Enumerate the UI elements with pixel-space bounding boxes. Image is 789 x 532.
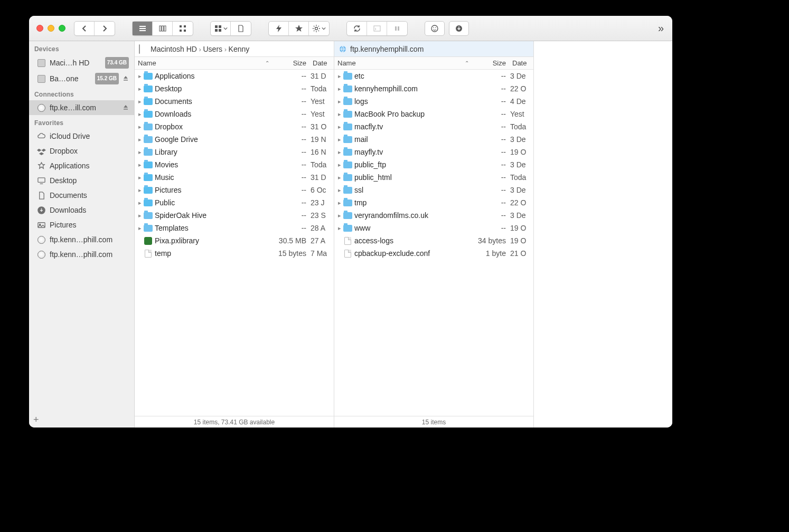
file-row[interactable]: cpbackup-exclude.conf1 byte21 O: [334, 247, 533, 260]
disclosure-triangle-icon[interactable]: ▸: [137, 174, 143, 181]
breadcrumb-segment[interactable]: Macintosh HD: [151, 45, 197, 53]
eject-icon[interactable]: [123, 102, 129, 113]
compare-button[interactable]: [387, 22, 407, 35]
disclosure-triangle-icon[interactable]: ▸: [137, 162, 143, 168]
terminal-button[interactable]: [367, 22, 387, 35]
local-breadcrumb[interactable]: Macintosh HD › Users › Kenny: [135, 41, 334, 57]
disclosure-triangle-icon[interactable]: ▸: [137, 136, 143, 143]
disclosure-triangle-icon[interactable]: ▸: [336, 162, 343, 168]
local-file-list[interactable]: ▸Applications--31 D▸Desktop--Toda▸Docume…: [135, 70, 334, 416]
disclosure-triangle-icon[interactable]: ▸: [137, 149, 143, 156]
quick-action-button[interactable]: [269, 22, 289, 35]
disclosure-triangle-icon[interactable]: ▸: [336, 136, 343, 143]
forward-button[interactable]: [95, 22, 115, 35]
file-row[interactable]: ▸Google Drive--19 N: [135, 133, 334, 146]
file-row[interactable]: ▸Dropbox--31 O: [135, 120, 334, 133]
disclosure-triangle-icon[interactable]: ▸: [137, 212, 143, 219]
sidebar-item-favorite-4[interactable]: Documents: [29, 188, 134, 203]
file-row[interactable]: ▸Templates--28 A: [135, 222, 334, 234]
add-sidebar-item-button[interactable]: +: [33, 414, 39, 425]
sidebar-item-favorite-1[interactable]: Dropbox: [29, 144, 134, 158]
file-row[interactable]: ▸Public--23 J: [135, 196, 334, 209]
file-row[interactable]: ▸Applications--31 D: [135, 70, 334, 82]
sidebar-item-favorite-0[interactable]: iCloud Drive: [29, 129, 134, 144]
disclosure-triangle-icon[interactable]: ▸: [336, 174, 343, 181]
sidebar-item-favorite-6[interactable]: Pictures: [29, 217, 134, 232]
emoji-button[interactable]: [425, 21, 445, 36]
file-row[interactable]: ▸mayfly.tv--19 O: [334, 146, 533, 158]
file-row[interactable]: ▸Music--31 D: [135, 171, 334, 184]
file-row[interactable]: ▸Movies--Toda: [135, 158, 334, 171]
settings-button[interactable]: [309, 22, 329, 35]
breadcrumb-segment[interactable]: Users: [203, 45, 222, 53]
back-button[interactable]: [74, 22, 95, 35]
file-row[interactable]: ▸Documents--Yest: [135, 95, 334, 108]
disclosure-triangle-icon[interactable]: ▸: [336, 149, 343, 156]
sidebar-item-device-1[interactable]: Ba…one15.2 GB: [29, 71, 134, 87]
sidebar-item-favorite-8[interactable]: ftp.kenn…phill.com: [29, 247, 134, 262]
new-file-button[interactable]: [231, 22, 251, 35]
file-row[interactable]: ▸Library--16 N: [135, 146, 334, 158]
remote-file-list[interactable]: ▸etc--3 De▸kennyhemphill.com--22 O▸logs-…: [334, 70, 533, 416]
sync-button[interactable]: [347, 22, 367, 35]
file-row[interactable]: ▸MacBook Pro backup--Yest: [334, 108, 533, 120]
disclosure-triangle-icon[interactable]: ▸: [336, 187, 343, 194]
file-row[interactable]: ▸veryrandomfilms.co.uk--3 De: [334, 209, 533, 222]
disclosure-triangle-icon[interactable]: ▸: [137, 200, 143, 206]
breadcrumb-segment[interactable]: Kenny: [229, 45, 250, 53]
disclosure-triangle-icon[interactable]: ▸: [336, 73, 343, 80]
file-row[interactable]: access-logs34 bytes19 O: [334, 234, 533, 247]
file-row[interactable]: ▸macfly.tv--Toda: [334, 120, 533, 133]
sidebar-item-connection-0[interactable]: ftp.ke…ill.com: [29, 100, 134, 115]
sidebar-item-device-0[interactable]: Maci…h HD73.4 GB: [29, 55, 134, 71]
file-row[interactable]: ▸SpiderOak Hive--23 S: [135, 209, 334, 222]
zoom-window-button[interactable]: [59, 25, 65, 32]
sidebar-item-favorite-2[interactable]: Applications: [29, 158, 134, 173]
eject-icon[interactable]: [123, 73, 129, 84]
disclosure-triangle-icon[interactable]: ▸: [137, 225, 143, 232]
favorite-button[interactable]: [289, 22, 309, 35]
disclosure-triangle-icon[interactable]: ▸: [137, 187, 143, 194]
disclosure-triangle-icon[interactable]: ▸: [336, 98, 343, 105]
disclosure-triangle-icon[interactable]: ▸: [336, 124, 343, 130]
local-column-header[interactable]: Name⌃ Size Date: [135, 57, 334, 70]
disclosure-triangle-icon[interactable]: ▸: [137, 86, 143, 92]
remote-breadcrumb[interactable]: ftp.kennyhemphill.com: [334, 41, 533, 57]
disclosure-triangle-icon[interactable]: ▸: [137, 124, 143, 130]
disclosure-triangle-icon[interactable]: ▸: [137, 73, 143, 80]
close-window-button[interactable]: [36, 25, 43, 32]
list-view-button[interactable]: [133, 22, 153, 35]
file-row[interactable]: ▸Downloads--Yest: [135, 108, 334, 120]
sidebar-item-favorite-3[interactable]: Desktop: [29, 173, 134, 188]
file-row[interactable]: ▸public_ftp--3 De: [334, 158, 533, 171]
disclosure-triangle-icon[interactable]: ▸: [336, 225, 343, 232]
file-row[interactable]: ▸logs--4 De: [334, 95, 533, 108]
file-row[interactable]: ▸Pictures--6 Oc: [135, 184, 334, 196]
disclosure-triangle-icon[interactable]: ▸: [336, 111, 343, 118]
file-row[interactable]: ▸ssl--3 De: [334, 184, 533, 196]
breadcrumb-segment[interactable]: ftp.kennyhemphill.com: [350, 45, 424, 53]
minimize-window-button[interactable]: [48, 25, 54, 32]
sidebar-item-favorite-5[interactable]: Downloads: [29, 203, 134, 217]
file-row[interactable]: ▸kennyhemphill.com--22 O: [334, 82, 533, 95]
arrange-button[interactable]: [211, 22, 231, 35]
download-button[interactable]: [449, 21, 469, 36]
disclosure-triangle-icon[interactable]: ▸: [336, 200, 343, 206]
file-row[interactable]: ▸etc--3 De: [334, 70, 533, 82]
disclosure-triangle-icon[interactable]: ▸: [137, 98, 143, 105]
column-view-button[interactable]: [153, 22, 173, 35]
file-row[interactable]: temp15 bytes7 Ma: [135, 247, 334, 260]
file-row[interactable]: ▸Desktop--Toda: [135, 82, 334, 95]
sidebar-item-favorite-7[interactable]: ftp.kenn…phill.com: [29, 232, 134, 247]
file-row[interactable]: ▸tmp--22 O: [334, 196, 533, 209]
icon-view-button[interactable]: [173, 22, 193, 35]
file-row[interactable]: ▸www--19 O: [334, 222, 533, 234]
remote-column-header[interactable]: Name⌃ Size Date: [334, 57, 533, 70]
disclosure-triangle-icon[interactable]: ▸: [137, 111, 143, 118]
file-row[interactable]: ▸mail--3 De: [334, 133, 533, 146]
toolbar-overflow-button[interactable]: »: [655, 22, 667, 34]
disclosure-triangle-icon[interactable]: ▸: [336, 212, 343, 219]
file-row[interactable]: Pixa.pxlibrary30.5 MB27 A: [135, 234, 334, 247]
file-row[interactable]: ▸public_html--Toda: [334, 171, 533, 184]
disclosure-triangle-icon[interactable]: ▸: [336, 86, 343, 92]
